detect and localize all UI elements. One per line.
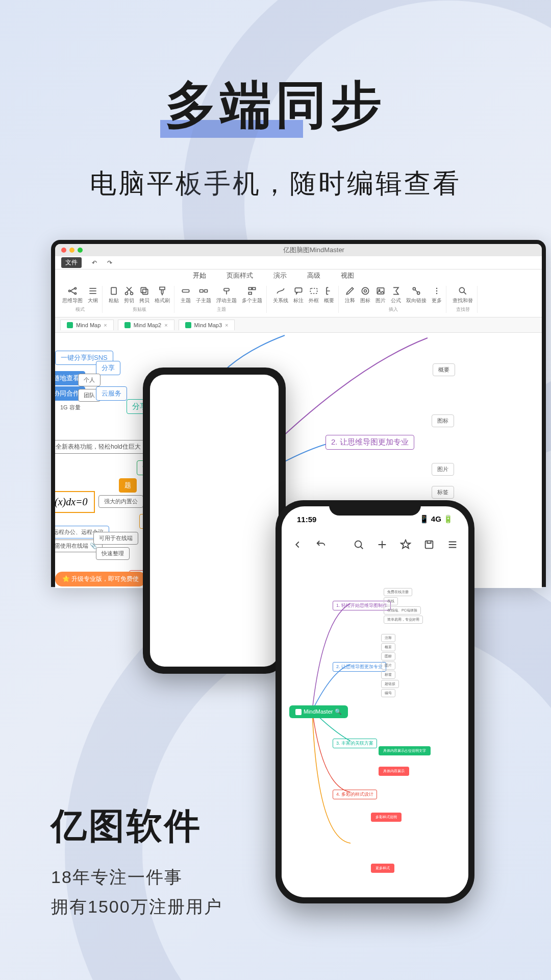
svg-rect-6 [111, 287, 116, 294]
quick-access-toolbar: 文件 ↶ ↷ [55, 256, 542, 270]
footer-section: 亿图软件 18年专注一件事 拥有1500万注册用户 [51, 802, 222, 919]
file-menu[interactable]: 文件 [61, 257, 82, 268]
svg-rect-12 [182, 290, 189, 292]
svg-rect-24 [377, 288, 384, 294]
back-icon[interactable] [292, 539, 303, 550]
bilink-button[interactable]: 双向链接 [406, 286, 427, 304]
footer-line1: 18年专注一件事 [51, 866, 222, 889]
boundary-button[interactable]: 外框 [309, 286, 319, 304]
svg-rect-15 [224, 288, 229, 291]
node-right-1[interactable]: 图标 [432, 414, 454, 427]
relation-button[interactable]: 关系线 [273, 286, 288, 304]
image-button[interactable]: 图片 [375, 286, 386, 304]
window-title: 亿图脑图MindMaster [86, 246, 542, 255]
phone-section-3[interactable]: 3. 丰富的关联方案 [333, 739, 377, 748]
format-painter-button[interactable]: 格式刷 [155, 286, 170, 304]
node-quick-org[interactable]: 快速整理 [96, 547, 130, 560]
tab-advanced[interactable]: 高级 [307, 271, 320, 280]
tab-view[interactable]: 视图 [341, 271, 354, 280]
svg-rect-21 [310, 288, 317, 293]
copy-button[interactable]: 拷贝 [139, 286, 149, 304]
svg-rect-14 [205, 290, 208, 292]
svg-rect-19 [248, 292, 252, 295]
svg-point-2 [74, 292, 76, 294]
file-tab-1[interactable]: Mind Map× [60, 320, 114, 330]
save-icon[interactable] [423, 539, 435, 550]
phone-toolbar [282, 532, 468, 557]
node-share[interactable]: 分享 [96, 361, 120, 375]
phone-section-2[interactable]: 2. 让思维导图更加专业 [333, 662, 386, 672]
tab-page-style[interactable]: 页面样式 [227, 271, 253, 280]
subtopic-button[interactable]: 子主题 [196, 286, 211, 304]
paste-button[interactable]: 粘贴 [109, 286, 119, 304]
summary-button[interactable]: 概要 [324, 286, 334, 304]
tablet-mockup [143, 368, 286, 674]
phone-time: 11:59 [297, 515, 316, 524]
node-title[interactable]: 题 [119, 478, 137, 493]
find-button[interactable]: 查找和替 [453, 286, 473, 304]
ribbon-tabs: 开始 页面样式 演示 高级 视图 [55, 270, 542, 282]
phone-mockup: 11:59 📱 4G 🔋 MindMaster 🔍 1 [276, 500, 474, 903]
formula-box[interactable]: (x)dx=0 [55, 491, 95, 513]
document-tabs: Mind Map× Mind Map2× Mind Map3× [55, 317, 542, 333]
svg-point-29 [436, 290, 438, 292]
note-button[interactable]: 注释 [345, 286, 355, 304]
formula-button[interactable]: 公式 [391, 286, 401, 304]
node-right-0[interactable]: 概要 [433, 363, 455, 376]
svg-rect-11 [160, 287, 165, 290]
undo-icon[interactable] [315, 539, 327, 550]
icon-button[interactable]: 图标 [360, 286, 370, 304]
phone-center-node[interactable]: MindMaster 🔍 [289, 705, 348, 718]
node-cloud[interactable]: 云服务 [96, 386, 127, 401]
outline-mode-button[interactable]: 大纲 [88, 286, 98, 304]
phone-section-4[interactable]: 4. 多彩的样式设计 [333, 790, 377, 799]
cut-button[interactable]: 剪切 [124, 286, 134, 304]
svg-rect-13 [200, 290, 204, 292]
svg-point-32 [355, 541, 362, 548]
node-personal[interactable]: 个人 [78, 374, 101, 386]
menu-icon[interactable] [447, 539, 458, 550]
add-icon[interactable] [377, 539, 388, 550]
svg-point-0 [69, 290, 70, 291]
svg-point-22 [362, 287, 368, 294]
upgrade-banner[interactable]: ⭐ 升级专业版，即可免费使 [55, 572, 146, 586]
mindmap-mode-button[interactable]: 思维导图 [62, 286, 83, 304]
multi-topic-button[interactable]: 多个主题 [242, 286, 262, 304]
tab-present[interactable]: 演示 [273, 271, 287, 280]
ribbon-toolbar: 思维导图 大纲 模式 粘贴 剪切 拷贝 格式刷 剪贴板 主题 子主题 浮动主题 … [55, 282, 542, 317]
max-dot[interactable] [78, 248, 83, 253]
callout-button[interactable]: 标注 [293, 286, 304, 304]
file-tab-3[interactable]: Mind Map3× [179, 320, 235, 330]
node-storage[interactable]: 1G 容量 [55, 402, 86, 413]
redo-icon[interactable]: ↷ [107, 259, 112, 266]
svg-point-1 [74, 287, 76, 289]
svg-point-23 [364, 290, 367, 292]
search-icon[interactable] [353, 539, 364, 550]
floating-topic-button[interactable]: 浮动主题 [216, 286, 237, 304]
undo-icon[interactable]: ↶ [92, 259, 97, 266]
hero-subtitle: 电脑平板手机，随时编辑查看 [0, 166, 551, 202]
svg-point-7 [126, 292, 128, 295]
phone-canvas[interactable]: MindMaster 🔍 1. 轻松开始思维导图制作 2. 让思维导图更加专业 … [282, 557, 468, 894]
node-table-desc[interactable]: 全新表格功能，轻松hold住巨大 [55, 440, 146, 454]
phone-section-1[interactable]: 1. 轻松开始思维导图制作 [333, 601, 391, 610]
node-right-3[interactable]: 标签 [432, 486, 454, 499]
svg-point-8 [131, 292, 133, 295]
node-online-use[interactable]: 可用于在线端 [93, 532, 138, 545]
node-right-2[interactable]: 图片 [432, 463, 454, 476]
close-dot[interactable] [61, 248, 66, 253]
svg-rect-10 [141, 287, 146, 292]
more-button[interactable]: 更多 [432, 286, 442, 304]
svg-rect-18 [253, 287, 256, 289]
style-icon[interactable] [400, 539, 411, 550]
min-dot[interactable] [69, 248, 74, 253]
svg-rect-33 [425, 541, 433, 549]
node-formula-inner[interactable]: 强大的内置公 [98, 495, 143, 508]
topic-button[interactable]: 主题 [181, 286, 191, 304]
svg-rect-9 [143, 289, 148, 295]
file-tab-2[interactable]: Mind Map2× [118, 320, 174, 330]
window-titlebar: 亿图脑图MindMaster [55, 244, 542, 256]
node-section2[interactable]: 2. 让思维导图更加专业 [325, 435, 414, 450]
svg-rect-20 [295, 288, 302, 292]
tab-start[interactable]: 开始 [193, 271, 206, 280]
